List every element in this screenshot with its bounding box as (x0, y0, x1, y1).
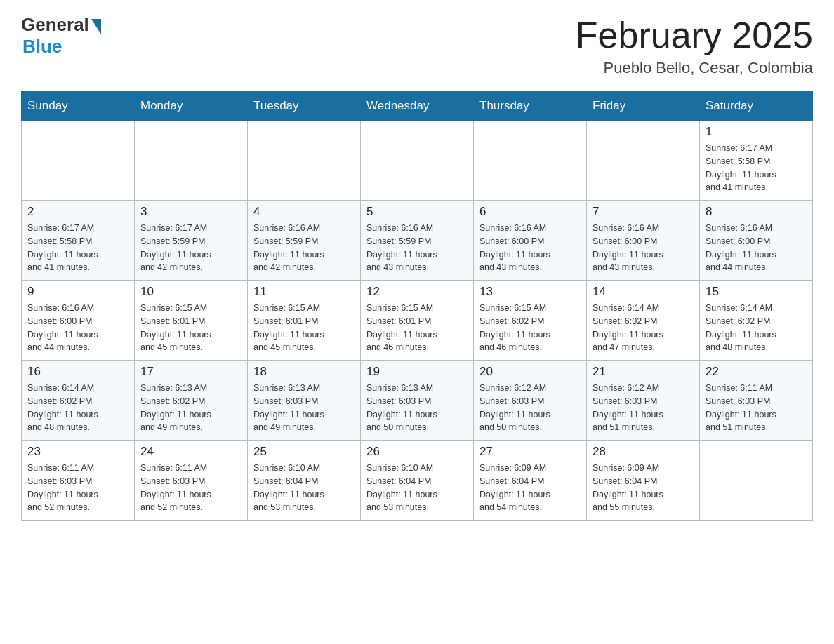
day-number: 21 (593, 365, 694, 379)
calendar-cell: 21Sunrise: 6:12 AMSunset: 6:03 PMDayligh… (587, 361, 700, 441)
day-number: 6 (479, 205, 581, 219)
day-info: Sunrise: 6:16 AMSunset: 5:59 PMDaylight:… (253, 222, 355, 274)
calendar-cell: 26Sunrise: 6:10 AMSunset: 6:04 PMDayligh… (361, 441, 474, 521)
calendar-cell: 18Sunrise: 6:13 AMSunset: 6:03 PMDayligh… (248, 361, 361, 441)
header-wednesday: Wednesday (361, 92, 474, 121)
header-monday: Monday (135, 92, 248, 121)
day-info: Sunrise: 6:16 AMSunset: 6:00 PMDaylight:… (593, 222, 694, 274)
calendar-cell: 28Sunrise: 6:09 AMSunset: 6:04 PMDayligh… (587, 441, 700, 521)
week-row-1: 1Sunrise: 6:17 AMSunset: 5:58 PMDaylight… (22, 121, 813, 201)
header-sunday: Sunday (22, 92, 135, 121)
calendar-cell: 13Sunrise: 6:15 AMSunset: 6:02 PMDayligh… (474, 281, 587, 361)
day-info: Sunrise: 6:11 AMSunset: 6:03 PMDaylight:… (27, 462, 128, 514)
day-number: 14 (593, 285, 694, 299)
title-section: February 2025 Pueblo Bello, Cesar, Colom… (576, 14, 813, 77)
calendar-cell: 23Sunrise: 6:11 AMSunset: 6:03 PMDayligh… (22, 441, 135, 521)
location-title: Pueblo Bello, Cesar, Colombia (576, 59, 813, 77)
day-info: Sunrise: 6:13 AMSunset: 6:03 PMDaylight:… (253, 382, 355, 434)
week-row-3: 9Sunrise: 6:16 AMSunset: 6:00 PMDaylight… (22, 281, 813, 361)
day-number: 10 (140, 285, 241, 299)
day-number: 16 (27, 365, 128, 379)
day-info: Sunrise: 6:14 AMSunset: 6:02 PMDaylight:… (706, 302, 807, 354)
day-info: Sunrise: 6:17 AMSunset: 5:58 PMDaylight:… (706, 142, 807, 194)
day-info: Sunrise: 6:15 AMSunset: 6:01 PMDaylight:… (366, 302, 468, 354)
day-number: 5 (366, 205, 468, 219)
day-number: 12 (366, 285, 468, 299)
day-number: 13 (479, 285, 581, 299)
header-thursday: Thursday (474, 92, 587, 121)
calendar-cell: 3Sunrise: 6:17 AMSunset: 5:59 PMDaylight… (135, 201, 248, 281)
day-number: 2 (27, 205, 128, 219)
logo-arrow-icon (91, 19, 101, 34)
day-number: 26 (366, 445, 468, 459)
day-number: 15 (706, 285, 807, 299)
day-number: 4 (253, 205, 355, 219)
day-number: 1 (706, 125, 807, 139)
calendar-cell: 11Sunrise: 6:15 AMSunset: 6:01 PMDayligh… (248, 281, 361, 361)
calendar-cell: 12Sunrise: 6:15 AMSunset: 6:01 PMDayligh… (361, 281, 474, 361)
calendar-cell: 15Sunrise: 6:14 AMSunset: 6:02 PMDayligh… (700, 281, 813, 361)
day-info: Sunrise: 6:09 AMSunset: 6:04 PMDaylight:… (593, 462, 694, 514)
day-info: Sunrise: 6:15 AMSunset: 6:01 PMDaylight:… (253, 302, 355, 354)
day-number: 8 (706, 205, 807, 219)
calendar-cell: 8Sunrise: 6:16 AMSunset: 6:00 PMDaylight… (700, 201, 813, 281)
calendar-cell: 20Sunrise: 6:12 AMSunset: 6:03 PMDayligh… (474, 361, 587, 441)
calendar-cell: 25Sunrise: 6:10 AMSunset: 6:04 PMDayligh… (248, 441, 361, 521)
day-number: 23 (27, 445, 128, 459)
calendar-cell: 19Sunrise: 6:13 AMSunset: 6:03 PMDayligh… (361, 361, 474, 441)
day-info: Sunrise: 6:14 AMSunset: 6:02 PMDaylight:… (27, 382, 128, 434)
logo: General Blue (21, 14, 101, 58)
header-tuesday: Tuesday (248, 92, 361, 121)
day-info: Sunrise: 6:15 AMSunset: 6:02 PMDaylight:… (479, 302, 581, 354)
day-info: Sunrise: 6:16 AMSunset: 6:00 PMDaylight:… (27, 302, 128, 354)
logo-blue-text: Blue (22, 36, 62, 58)
day-number: 24 (140, 445, 241, 459)
calendar-cell: 2Sunrise: 6:17 AMSunset: 5:58 PMDaylight… (22, 201, 135, 281)
calendar-cell (248, 121, 361, 201)
month-title: February 2025 (576, 14, 813, 56)
day-info: Sunrise: 6:16 AMSunset: 6:00 PMDaylight:… (479, 222, 581, 274)
day-info: Sunrise: 6:13 AMSunset: 6:02 PMDaylight:… (140, 382, 241, 434)
calendar-header-row: SundayMondayTuesdayWednesdayThursdayFrid… (22, 92, 813, 121)
day-info: Sunrise: 6:10 AMSunset: 6:04 PMDaylight:… (366, 462, 468, 514)
week-row-4: 16Sunrise: 6:14 AMSunset: 6:02 PMDayligh… (22, 361, 813, 441)
day-number: 17 (140, 365, 241, 379)
calendar-cell: 16Sunrise: 6:14 AMSunset: 6:02 PMDayligh… (22, 361, 135, 441)
calendar-cell (361, 121, 474, 201)
calendar-cell (22, 121, 135, 201)
calendar-cell: 24Sunrise: 6:11 AMSunset: 6:03 PMDayligh… (135, 441, 248, 521)
calendar-cell: 22Sunrise: 6:11 AMSunset: 6:03 PMDayligh… (700, 361, 813, 441)
calendar-cell: 5Sunrise: 6:16 AMSunset: 5:59 PMDaylight… (361, 201, 474, 281)
calendar-cell (474, 121, 587, 201)
calendar-cell: 9Sunrise: 6:16 AMSunset: 6:00 PMDaylight… (22, 281, 135, 361)
calendar-cell (135, 121, 248, 201)
calendar-cell (700, 441, 813, 521)
day-info: Sunrise: 6:13 AMSunset: 6:03 PMDaylight:… (366, 382, 468, 434)
calendar-cell: 10Sunrise: 6:15 AMSunset: 6:01 PMDayligh… (135, 281, 248, 361)
day-number: 22 (706, 365, 807, 379)
day-number: 3 (140, 205, 241, 219)
day-info: Sunrise: 6:09 AMSunset: 6:04 PMDaylight:… (479, 462, 581, 514)
day-info: Sunrise: 6:12 AMSunset: 6:03 PMDaylight:… (593, 382, 694, 434)
day-info: Sunrise: 6:17 AMSunset: 5:59 PMDaylight:… (140, 222, 241, 274)
day-info: Sunrise: 6:14 AMSunset: 6:02 PMDaylight:… (593, 302, 694, 354)
day-info: Sunrise: 6:17 AMSunset: 5:58 PMDaylight:… (27, 222, 128, 274)
calendar-cell: 7Sunrise: 6:16 AMSunset: 6:00 PMDaylight… (587, 201, 700, 281)
page-header: General Blue February 2025 Pueblo Bello,… (21, 14, 813, 77)
day-number: 25 (253, 445, 355, 459)
day-info: Sunrise: 6:11 AMSunset: 6:03 PMDaylight:… (706, 382, 807, 434)
day-number: 18 (253, 365, 355, 379)
calendar-cell: 4Sunrise: 6:16 AMSunset: 5:59 PMDaylight… (248, 201, 361, 281)
calendar-cell: 17Sunrise: 6:13 AMSunset: 6:02 PMDayligh… (135, 361, 248, 441)
day-number: 27 (479, 445, 581, 459)
calendar-cell: 14Sunrise: 6:14 AMSunset: 6:02 PMDayligh… (587, 281, 700, 361)
header-saturday: Saturday (700, 92, 813, 121)
day-number: 28 (593, 445, 694, 459)
calendar-cell (587, 121, 700, 201)
calendar-cell: 1Sunrise: 6:17 AMSunset: 5:58 PMDaylight… (700, 121, 813, 201)
day-info: Sunrise: 6:11 AMSunset: 6:03 PMDaylight:… (140, 462, 241, 514)
day-number: 20 (479, 365, 581, 379)
day-info: Sunrise: 6:16 AMSunset: 6:00 PMDaylight:… (706, 222, 807, 274)
day-number: 9 (27, 285, 128, 299)
calendar-table: SundayMondayTuesdayWednesdayThursdayFrid… (21, 91, 813, 521)
